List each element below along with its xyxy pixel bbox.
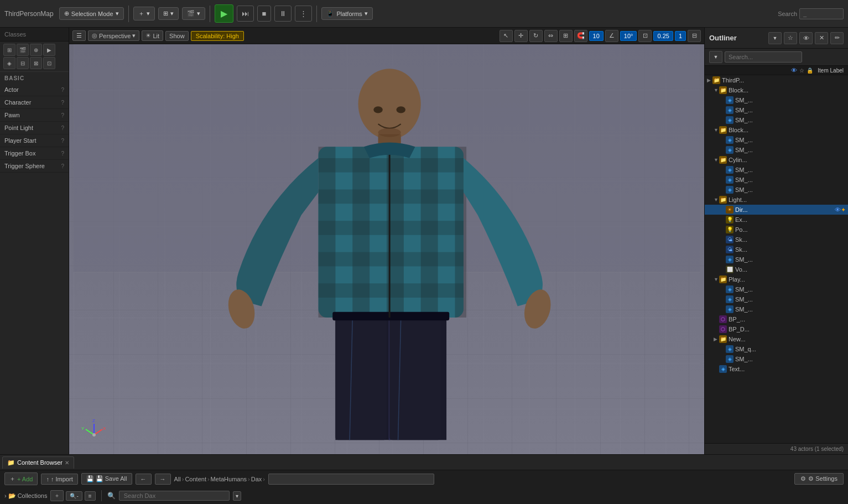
breadcrumb-all[interactable]: All xyxy=(174,476,181,482)
grid-size-btn[interactable]: 10 xyxy=(589,31,604,41)
grid-btn[interactable]: ⊞ xyxy=(559,30,573,42)
lit-button[interactable]: ☀ Lit xyxy=(142,30,163,41)
grid-snap-button[interactable]: ⊞ ▾ xyxy=(158,7,179,20)
num-btn[interactable]: 1 xyxy=(675,31,686,41)
classes-search-input[interactable] xyxy=(0,28,69,41)
collections-button[interactable]: › 📂 Collections xyxy=(4,492,47,500)
step-button[interactable]: ⏭ xyxy=(237,6,254,22)
outliner-filter2-btn[interactable]: ▼ xyxy=(709,51,722,63)
left-panel-item-actor[interactable]: Actor? xyxy=(0,84,69,96)
icon-btn-4[interactable]: ▶ xyxy=(43,44,55,56)
tree-item-po-light[interactable]: 💡Po... xyxy=(705,225,848,235)
settings-button[interactable]: ⚙ ⚙ Settings xyxy=(794,473,844,485)
play-button[interactable]: ▶ xyxy=(215,4,233,23)
outliner-edit-btn[interactable]: ✏ xyxy=(830,32,844,44)
tree-item-sm2[interactable]: ◈SM_... xyxy=(705,105,848,115)
outliner-star-btn[interactable]: ☆ xyxy=(784,32,797,44)
tree-item-sm8[interactable]: ◈SM_... xyxy=(705,185,848,195)
breadcrumb-metahumans[interactable]: MetaHumans xyxy=(211,476,247,482)
tree-item-sm14[interactable]: ◈SM_... xyxy=(705,354,848,364)
tree-item-ex-light[interactable]: 💡Ex... xyxy=(705,215,848,225)
more-button[interactable]: ⋮ xyxy=(295,6,312,22)
scale-btn[interactable]: 0.25 xyxy=(653,31,673,41)
left-panel-item-point-light[interactable]: Point Light? xyxy=(0,122,69,134)
left-panel-item-trigger-box[interactable]: Trigger Box? xyxy=(0,147,69,160)
viewport-menu-button[interactable]: ☰ xyxy=(72,30,86,41)
close-content-browser-btn[interactable]: ✕ xyxy=(65,460,69,466)
icon-btn-3[interactable]: ⊕ xyxy=(30,44,42,56)
scale-btn[interactable]: ⇔ xyxy=(544,30,558,42)
tree-item-sm6[interactable]: ◈SM_... xyxy=(705,165,848,175)
import-button[interactable]: ↑ ↑ Import xyxy=(41,474,77,485)
icon-btn-2[interactable]: 🎬 xyxy=(17,44,29,56)
left-panel-item-character[interactable]: Character? xyxy=(0,96,69,109)
tree-item-block2[interactable]: ▼📁Block... xyxy=(705,125,848,135)
content-search-input[interactable] xyxy=(119,491,230,501)
tree-item-light-folder[interactable]: ▼📁Light... xyxy=(705,195,848,205)
rotate-btn[interactable]: ↻ xyxy=(529,30,543,42)
show-button[interactable]: Show xyxy=(165,31,189,41)
global-search-input[interactable] xyxy=(799,8,844,19)
left-panel-item-player-start[interactable]: Player Start? xyxy=(0,134,69,147)
tree-item-sm9[interactable]: ◈SM_... xyxy=(705,254,848,264)
tree-item-sm3[interactable]: ◈SM_... xyxy=(705,115,848,125)
sequence-button[interactable]: 🎬 ▾ xyxy=(182,7,205,20)
add-button[interactable]: ＋ + Add xyxy=(4,472,38,485)
save-all-button[interactable]: 💾 💾 Save All xyxy=(81,473,132,485)
layout-btn[interactable]: ⊟ xyxy=(688,30,701,42)
tree-item-bp2[interactable]: ⬡BP_D... xyxy=(705,324,848,334)
select-tool-btn[interactable]: ↖ xyxy=(500,30,513,42)
icon-btn-5[interactable]: ◈ xyxy=(3,57,15,69)
3d-viewport[interactable]: X Y Z xyxy=(69,44,704,454)
left-panel-item-trigger-sphere[interactable]: Trigger Sphere? xyxy=(0,160,69,173)
outliner-tree[interactable]: ▶📁ThirdP...▼📁Block...◈SM_...◈SM_...◈SM_.… xyxy=(705,75,848,443)
tree-item-vo1[interactable]: ⬜Vo... xyxy=(705,264,848,274)
angle-btn[interactable]: 10° xyxy=(620,31,637,41)
add-content-button[interactable]: ＋ ▾ xyxy=(133,7,155,20)
tree-item-sky2[interactable]: 🌤Sk... xyxy=(705,245,848,254)
outliner-search-input[interactable] xyxy=(725,51,802,63)
tree-item-sm13[interactable]: ◈SM_q... xyxy=(705,344,848,354)
nav-back-btn[interactable]: ← xyxy=(136,474,152,485)
stop-button[interactable]: ■ xyxy=(257,6,272,22)
tree-item-play-folder[interactable]: ▼📁Play... xyxy=(705,274,848,284)
path-search-input[interactable] xyxy=(268,474,434,485)
tree-item-sm11[interactable]: ◈SM_... xyxy=(705,294,848,304)
tree-item-text1[interactable]: ◈Text... xyxy=(705,364,848,374)
tree-item-cylin[interactable]: ▼📁Cylin... xyxy=(705,155,848,165)
add-filter-btn[interactable]: ＋ xyxy=(50,490,64,501)
filter-options-btn[interactable]: ≡ xyxy=(85,491,96,501)
outliner-filter-btn[interactable]: ▼ xyxy=(768,32,782,44)
platforms-button[interactable]: 📱 Platforms ▾ xyxy=(321,7,372,20)
outliner-close-btn[interactable]: ✕ xyxy=(815,32,828,44)
tree-item-sm5[interactable]: ◈SM_... xyxy=(705,145,848,155)
breadcrumb-dax[interactable]: Dax xyxy=(251,476,262,482)
tree-item-block1[interactable]: ▼📁Block... xyxy=(705,85,848,95)
outliner-eye-btn[interactable]: 👁 xyxy=(799,32,813,44)
left-panel-item-pawn[interactable]: Pawn? xyxy=(0,109,69,122)
search-dropdown-btn[interactable]: ▾ xyxy=(233,491,241,501)
tree-item-sm10[interactable]: ◈SM_... xyxy=(705,284,848,294)
tree-item-sm1[interactable]: ◈SM_... xyxy=(705,95,848,105)
tree-item-dir-light[interactable]: ☀Dir...👁✦ xyxy=(705,205,848,215)
snap-btn[interactable]: 🧲 xyxy=(574,30,587,42)
transform-btn[interactable]: ✛ xyxy=(514,30,528,42)
pause-button[interactable]: ⏸ xyxy=(274,6,292,22)
nav-forward-btn[interactable]: → xyxy=(155,474,171,485)
tree-item-sm12[interactable]: ◈SM_... xyxy=(705,304,848,314)
icon-btn-7[interactable]: ⊠ xyxy=(30,57,42,69)
tree-item-new-folder[interactable]: ▶📁New... xyxy=(705,334,848,344)
tree-item-sky1[interactable]: 🌤Sk... xyxy=(705,235,848,245)
zoom-out-btn[interactable]: 🔍- xyxy=(66,491,82,501)
breadcrumb-content[interactable]: Content xyxy=(185,476,206,482)
icon-btn-6[interactable]: ⊟ xyxy=(17,57,29,69)
perspective-button[interactable]: ◎ Perspective ▾ xyxy=(88,30,139,41)
content-browser-tab[interactable]: 📁 Content Browser ✕ xyxy=(2,456,74,469)
tree-item-sm4[interactable]: ◈SM_... xyxy=(705,135,848,145)
selection-mode-button[interactable]: ⊕ Selection Mode ▾ xyxy=(59,7,124,20)
tree-item-bp1[interactable]: ⬡BP_... xyxy=(705,314,848,324)
icon-btn-1[interactable]: ⊞ xyxy=(3,44,15,56)
tree-item-thirdp[interactable]: ▶📁ThirdP... xyxy=(705,75,848,85)
icon-btn-8[interactable]: ⊡ xyxy=(43,57,55,69)
tree-item-sm7[interactable]: ◈SM_... xyxy=(705,175,848,185)
